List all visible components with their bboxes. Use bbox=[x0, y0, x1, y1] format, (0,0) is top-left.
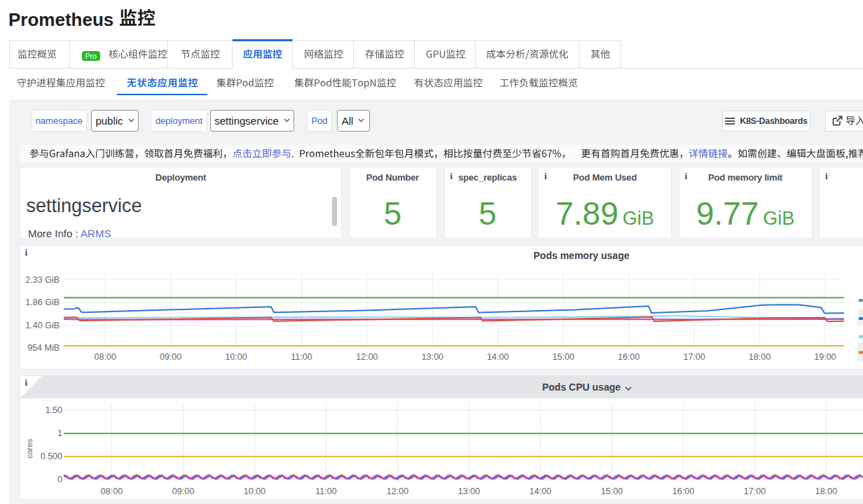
svg-text:1.86 GiB: 1.86 GiB bbox=[25, 298, 60, 307]
svg-text:16:00: 16:00 bbox=[672, 486, 694, 496]
svg-text:15:00: 15:00 bbox=[553, 352, 574, 362]
svg-text:15:00: 15:00 bbox=[601, 486, 623, 496]
svg-text:11:00: 11:00 bbox=[315, 486, 336, 496]
svg-text:10:00: 10:00 bbox=[244, 486, 265, 496]
svg-text:1.50: 1.50 bbox=[46, 405, 62, 415]
svg-text:2.33 GiB: 2.33 GiB bbox=[25, 275, 60, 285]
svg-text:12:00: 12:00 bbox=[356, 352, 378, 362]
svg-text:17:00: 17:00 bbox=[683, 352, 705, 362]
svg-text:17:00: 17:00 bbox=[744, 486, 766, 496]
svg-text:08:00: 08:00 bbox=[95, 352, 116, 362]
svg-text:954 MiB: 954 MiB bbox=[27, 343, 60, 353]
svg-text:cores: cores bbox=[25, 439, 34, 458]
svg-text:13:00: 13:00 bbox=[422, 352, 443, 362]
svg-text:19:00: 19:00 bbox=[814, 352, 836, 362]
svg-text:0: 0 bbox=[57, 475, 62, 484]
svg-text:10:00: 10:00 bbox=[225, 352, 247, 362]
svg-text:18:00: 18:00 bbox=[815, 486, 837, 496]
svg-text:0.500: 0.500 bbox=[41, 451, 62, 461]
svg-text:09:00: 09:00 bbox=[160, 352, 181, 362]
svg-text:08:00: 08:00 bbox=[101, 486, 123, 496]
svg-text:1.40 GiB: 1.40 GiB bbox=[25, 321, 60, 330]
svg-text:13:00: 13:00 bbox=[458, 486, 480, 496]
svg-text:11:00: 11:00 bbox=[291, 352, 312, 362]
svg-text:12:00: 12:00 bbox=[387, 486, 408, 496]
svg-text:09:00: 09:00 bbox=[172, 486, 194, 496]
svg-text:16:00: 16:00 bbox=[618, 352, 640, 362]
svg-text:18:00: 18:00 bbox=[749, 352, 771, 362]
svg-text:14:00: 14:00 bbox=[487, 352, 509, 362]
svg-text:14:00: 14:00 bbox=[530, 486, 551, 496]
svg-text:1: 1 bbox=[57, 428, 62, 438]
